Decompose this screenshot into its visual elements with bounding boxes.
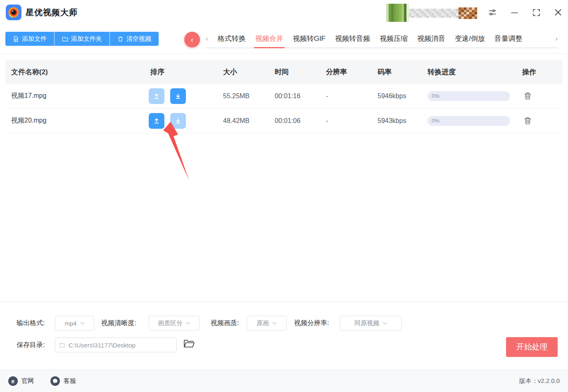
settings-sliders-icon[interactable] bbox=[487, 7, 497, 17]
clear-videos-button[interactable]: 清空视频 bbox=[109, 32, 159, 46]
clarity-select[interactable]: 画质区分 bbox=[149, 316, 200, 331]
header-file-name: 文件名称(2) bbox=[5, 67, 145, 77]
cell-bitrate: 5946kbps bbox=[372, 92, 422, 100]
app-window: 星优视频大师 bbox=[0, 0, 568, 392]
window-controls bbox=[487, 7, 563, 17]
header-bitrate: 码率 bbox=[372, 67, 422, 77]
chat-bubble-icon bbox=[50, 376, 60, 386]
move-up-button[interactable] bbox=[149, 88, 164, 104]
quality-label: 视频画质: bbox=[211, 316, 239, 331]
tab-item[interactable]: 视频消音 bbox=[417, 30, 445, 47]
scroll-tabs-left-button[interactable]: ‹ bbox=[184, 32, 200, 47]
tab-item[interactable]: 视频转GIF bbox=[293, 30, 326, 47]
delete-row-button[interactable] bbox=[522, 116, 533, 126]
chevron-down-icon bbox=[383, 322, 387, 325]
resolution-label: 视频分辨率: bbox=[294, 316, 329, 331]
file-name: 视频20.mpg bbox=[5, 116, 145, 125]
start-processing-button[interactable]: 开始处理 bbox=[506, 337, 558, 357]
sort-cell bbox=[145, 113, 218, 129]
trash-icon bbox=[523, 116, 532, 125]
minimize-button[interactable] bbox=[509, 7, 519, 17]
file-toolbar: 添加文件 添加文件夹 清空视频 bbox=[5, 32, 159, 46]
tab-label: 视频转音频 bbox=[335, 34, 370, 43]
move-down-button[interactable] bbox=[170, 88, 186, 104]
cell-time: 00:01:06 bbox=[269, 117, 321, 125]
cell-time: 00:01:16 bbox=[269, 92, 321, 100]
cell-resolution: - bbox=[321, 92, 372, 100]
quality-value: 原画 bbox=[257, 319, 269, 327]
cell-actions bbox=[516, 91, 563, 102]
resolution-value: 同原视频 bbox=[354, 319, 379, 327]
cell-size: 48.42MB bbox=[218, 117, 269, 125]
tab-label: 视频合并 bbox=[255, 34, 283, 43]
customer-service-link[interactable]: 客服 bbox=[50, 376, 76, 386]
maximize-button[interactable] bbox=[531, 7, 541, 17]
cell-actions bbox=[516, 116, 563, 126]
tab-label: 音量调整 bbox=[494, 34, 523, 43]
tab-label: 视频消音 bbox=[417, 34, 445, 43]
settings-panel: 输出格式: mp4 视频清晰度: 画质区分 视频画质: 原画 视频分辨率: 同原… bbox=[0, 302, 568, 370]
tab-item[interactable]: 变速/倒放 bbox=[455, 30, 485, 47]
chevron-down-icon bbox=[186, 322, 190, 325]
output-format-select[interactable]: mp4 bbox=[55, 316, 94, 331]
sort-cell bbox=[145, 88, 218, 104]
save-dir-label: 保存目录: bbox=[17, 338, 45, 352]
footer-bar: e 官网 客服 版本：v2.2.0.0 bbox=[0, 370, 568, 392]
cell-resolution: - bbox=[321, 117, 372, 125]
official-website-label: 官网 bbox=[21, 377, 34, 385]
output-format-value: mp4 bbox=[64, 320, 76, 327]
clarity-label: 视频清晰度: bbox=[101, 316, 136, 331]
user-avatar-blurred bbox=[386, 4, 409, 22]
quality-select[interactable]: 原画 bbox=[247, 316, 287, 331]
tab-item[interactable]: 格式转换 bbox=[218, 30, 246, 47]
add-file-button[interactable]: 添加文件 bbox=[5, 32, 54, 46]
move-up-button[interactable] bbox=[149, 113, 164, 129]
user-name-blurred bbox=[409, 9, 459, 18]
add-file-icon bbox=[13, 36, 19, 42]
add-folder-icon bbox=[62, 36, 68, 42]
title-bar: 星优视频大师 bbox=[0, 0, 568, 26]
header-progress: 转换进度 bbox=[422, 67, 516, 77]
output-format-label: 输出格式: bbox=[17, 316, 45, 331]
chevron-down-icon bbox=[272, 322, 277, 325]
add-file-label: 添加文件 bbox=[22, 35, 47, 43]
clear-videos-icon bbox=[117, 36, 124, 42]
user-badge-blurred bbox=[459, 7, 477, 19]
move-down-button[interactable] bbox=[170, 113, 186, 129]
clarity-value: 画质区分 bbox=[158, 319, 183, 327]
cell-size: 55.25MB bbox=[218, 92, 269, 100]
tab-label: 变速/倒放 bbox=[455, 34, 485, 43]
chevron-down-icon bbox=[80, 322, 85, 325]
add-folder-button[interactable]: 添加文件夹 bbox=[54, 32, 109, 46]
cell-progress: 0% bbox=[422, 91, 516, 101]
file-table: 文件名称(2) 排序 大小 时间 分辨率 码率 转换进度 操作 视频17.mpg… bbox=[5, 60, 563, 133]
save-dir-input[interactable] bbox=[69, 342, 172, 349]
tab-bar: ‹ 格式转换 视频合并 视频转GIF 视频转音频 视频压缩 视频消音 变速/倒放… bbox=[206, 30, 558, 48]
official-website-link[interactable]: e 官网 bbox=[8, 376, 34, 386]
chevron-left-icon[interactable]: ‹ bbox=[206, 35, 208, 42]
tab-label: 视频压缩 bbox=[380, 34, 408, 43]
chevron-right-icon[interactable]: › bbox=[555, 35, 558, 42]
folder-icon bbox=[59, 342, 65, 348]
header-time: 时间 bbox=[269, 67, 321, 77]
tab-item[interactable]: 视频压缩 bbox=[380, 30, 408, 47]
delete-row-button[interactable] bbox=[522, 91, 533, 102]
cell-progress: 0% bbox=[422, 116, 516, 126]
user-account-area[interactable] bbox=[386, 3, 477, 22]
progress-bar: 0% bbox=[428, 116, 510, 126]
resolution-select[interactable]: 同原视频 bbox=[340, 316, 402, 331]
header-size: 大小 bbox=[218, 67, 269, 77]
tab-item[interactable]: 音量调整 bbox=[494, 30, 523, 47]
table-row: 视频17.mpg 55.25MB 00:01:16 - 5946kbps 0% bbox=[5, 84, 563, 109]
open-folder-icon bbox=[183, 339, 195, 348]
header-divider bbox=[0, 53, 568, 54]
tab-item[interactable]: 视频转音频 bbox=[335, 30, 370, 47]
close-button[interactable] bbox=[553, 7, 563, 17]
progress-label: 0% bbox=[432, 93, 440, 99]
header-sort: 排序 bbox=[145, 67, 218, 77]
browse-folder-button[interactable] bbox=[183, 339, 195, 349]
tab-item[interactable]: 视频合并 bbox=[255, 30, 283, 47]
save-dir-field[interactable] bbox=[55, 338, 177, 352]
move-up-icon bbox=[153, 93, 160, 99]
table-body: 视频17.mpg 55.25MB 00:01:16 - 5946kbps 0% bbox=[5, 84, 563, 133]
